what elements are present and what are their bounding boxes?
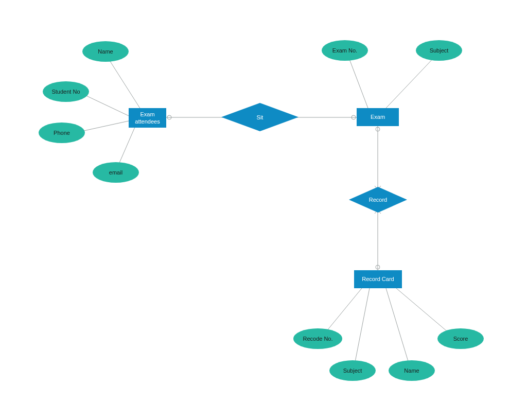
attribute-rc-subject: Subject: [329, 360, 376, 381]
relationship-label: Record: [369, 197, 387, 203]
svg-line-0: [106, 54, 142, 111]
attribute-label: email: [109, 169, 122, 176]
attribute-label: Score: [453, 336, 468, 342]
attribute-label: Subject: [343, 367, 362, 374]
entity-label: Exam: [371, 113, 385, 120]
attribute-label: Name: [98, 48, 113, 55]
attribute-recode-no: Recode No.: [293, 328, 342, 349]
attribute-label: Student No: [51, 89, 80, 95]
attribute-exam-no: Exam No.: [322, 40, 368, 61]
attribute-email: email: [93, 162, 139, 183]
entity-exam: Exam: [357, 108, 399, 126]
relationship-record: Record: [349, 187, 407, 213]
svg-line-9: [386, 57, 435, 108]
attribute-label: Recode No.: [303, 336, 332, 342]
attribute-label: Name: [404, 367, 419, 374]
svg-line-1: [80, 93, 129, 116]
attribute-label: Subject: [430, 47, 449, 54]
svg-line-16: [386, 288, 410, 368]
svg-line-17: [396, 288, 454, 337]
attribute-score: Score: [437, 328, 484, 349]
entity-record-card: Record Card: [354, 270, 402, 288]
entity-label: Record Card: [362, 275, 394, 283]
attribute-rc-name: Name: [389, 360, 435, 381]
attribute-phone: Phone: [39, 122, 85, 143]
attribute-name: Name: [82, 41, 129, 62]
entity-label: Examattendees: [135, 111, 160, 126]
attribute-subject: Subject: [416, 40, 462, 61]
entity-exam-attendees: Examattendees: [129, 108, 166, 128]
attribute-student-no: Student No: [43, 81, 89, 102]
relationship-sit: Sit: [221, 103, 298, 131]
attribute-label: Exam No.: [332, 47, 357, 54]
svg-line-15: [354, 288, 370, 367]
attribute-label: Phone: [54, 130, 70, 136]
connector-lines: [0, 0, 527, 420]
relationship-label: Sit: [257, 114, 264, 120]
svg-line-8: [348, 57, 368, 108]
